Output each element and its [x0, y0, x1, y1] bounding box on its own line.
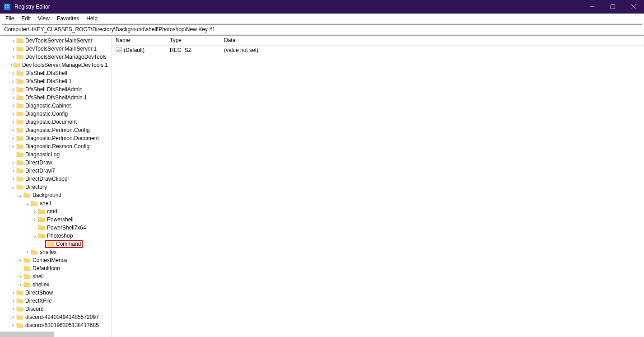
tree-item-label: DfsShell.DfsShellAdmin.1	[25, 94, 87, 101]
col-header-type[interactable]: Type	[166, 36, 220, 45]
chevron-right-icon[interactable]: ›	[10, 298, 16, 304]
tree-item[interactable]: ›DirectXFile	[0, 297, 108, 305]
tree-item[interactable]: ›Diagnostic.Resmon.Config	[0, 142, 108, 150]
tree-item[interactable]: ›DevToolsServer.ManageDevTools	[0, 53, 108, 61]
tree-item[interactable]: ›DfsShell.DfsShell.1	[0, 77, 108, 85]
tree-item[interactable]: PowerShell7x64	[0, 224, 108, 232]
tree-item[interactable]: ›DirectShow	[0, 289, 108, 297]
chevron-right-icon[interactable]: ›	[10, 135, 16, 141]
tree-item[interactable]: ›Diagnostic.Document	[0, 118, 108, 126]
chevron-right-icon[interactable]: ›	[10, 111, 16, 117]
menu-favorites[interactable]: Favorites	[53, 14, 83, 23]
tree-item[interactable]: ›Diagnostic.Perfmon.Document	[0, 134, 108, 142]
chevron-right-icon[interactable]: ›	[32, 208, 38, 215]
menu-file[interactable]: File	[2, 14, 18, 23]
tree-item[interactable]: ›shellex	[0, 281, 108, 289]
chevron-right-icon[interactable]: ›	[10, 46, 16, 52]
tree-panel[interactable]: ›DevToolsServer.MainServer›DevToolsServe…	[0, 36, 112, 337]
tree-item-label: discord-424004941485572097	[25, 314, 99, 320]
chevron-right-icon[interactable]: ›	[10, 78, 16, 84]
tree-item[interactable]: ›DfsShell.DfsShellAdmin	[0, 85, 108, 94]
chevron-right-icon[interactable]: ›	[10, 37, 16, 44]
chevron-right-icon[interactable]: ›	[17, 257, 23, 263]
close-button[interactable]	[623, 0, 644, 14]
value-row[interactable]: ab(Default)REG_SZ(value not set)	[112, 46, 644, 55]
chevron-right-icon[interactable]: ›	[10, 86, 16, 93]
chevron-down-icon[interactable]: ⌄	[10, 184, 16, 190]
svg-rect-2	[7, 5, 9, 6]
tree-item[interactable]: ⌄shell	[0, 199, 108, 207]
values-panel[interactable]: Name Type Data ab(Default)REG_SZ(value n…	[112, 36, 644, 337]
chevron-right-icon[interactable]: ›	[17, 273, 23, 280]
tree-item[interactable]: ⌄Photoshop	[0, 232, 108, 240]
chevron-right-icon[interactable]: ›	[10, 119, 16, 125]
chevron-right-icon[interactable]: ›	[10, 306, 16, 312]
tree-item[interactable]: ›cmd	[0, 207, 108, 215]
tree-item[interactable]: ›DfsShell.DfsShell	[0, 69, 108, 77]
chevron-right-icon[interactable]: ›	[17, 281, 23, 288]
tree-item-label: DfsShell.DfsShell	[25, 70, 67, 76]
menu-edit[interactable]: Edit	[18, 14, 34, 23]
chevron-down-icon[interactable]: ⌄	[32, 233, 38, 239]
chevron-right-icon[interactable]: ›	[10, 168, 16, 174]
tree-item-label: DirectDrawClipper	[25, 176, 69, 182]
tree-item[interactable]: ›discord-530196305138417685	[0, 321, 108, 329]
chevron-right-icon[interactable]: ›	[10, 94, 16, 101]
tree-item[interactable]: ›Diagnostic.Config	[0, 110, 108, 118]
tree-item[interactable]: ›shellex	[0, 248, 108, 256]
chevron-down-icon[interactable]: ⌄	[24, 200, 31, 206]
chevron-right-icon[interactable]: ›	[10, 62, 13, 68]
folder-icon	[13, 62, 20, 68]
tree-item[interactable]: ›Discord	[0, 305, 108, 313]
tree-item[interactable]: ›DevToolsServer.MainServer.1	[0, 45, 108, 53]
tree-item[interactable]: ›DfsShell.DfsShellAdmin.1	[0, 94, 108, 102]
tree-item[interactable]: ›DirectDraw	[0, 159, 108, 167]
tree-item[interactable]: DefaultIcon	[0, 264, 108, 272]
tree-item[interactable]: ›ContextMenus	[0, 256, 108, 264]
folder-icon	[16, 37, 23, 44]
highlighted-tree-item[interactable]: Command	[45, 240, 83, 248]
chevron-right-icon[interactable]: ›	[24, 249, 31, 255]
horizontal-scrollbar[interactable]	[0, 332, 54, 337]
chevron-right-icon[interactable]: ›	[10, 176, 16, 182]
chevron-right-icon[interactable]: ›	[10, 70, 16, 76]
tree-item[interactable]: ›DevToolsServer.MainServer	[0, 37, 108, 45]
chevron-right-icon[interactable]: ›	[10, 103, 16, 109]
svg-rect-3	[5, 7, 6, 8]
col-header-name[interactable]: Name	[112, 36, 166, 45]
tree-item-label: PowerShell7x64	[47, 225, 86, 231]
tree-item[interactable]: Command	[0, 240, 108, 248]
tree-item[interactable]: ⌄Background	[0, 191, 108, 199]
tree-item-label: cmd	[47, 208, 57, 215]
minimize-button[interactable]	[582, 0, 602, 14]
menu-help[interactable]: Help	[83, 14, 101, 23]
tree-item[interactable]: ›shell	[0, 272, 108, 281]
address-bar[interactable]: Computer\HKEY_CLASSES_ROOT\Directory\Bac…	[2, 24, 642, 34]
chevron-down-icon[interactable]: ⌄	[17, 192, 23, 198]
chevron-right-icon[interactable]: ›	[32, 216, 38, 223]
chevron-right-icon[interactable]: ›	[10, 54, 16, 60]
chevron-right-icon[interactable]: ›	[10, 127, 16, 133]
tree-item[interactable]: ›Diagnostic.Perfmon.Config	[0, 126, 108, 134]
chevron-right-icon[interactable]: ›	[10, 314, 16, 320]
tree-item-label: Diagnostic.Resmon.Config	[25, 143, 89, 150]
tree-item-label: DevToolsServer.MainServer.1	[25, 46, 97, 52]
value-name: (Default)	[124, 47, 145, 53]
chevron-right-icon[interactable]: ›	[10, 143, 16, 150]
tree-item[interactable]: ›DirectDraw7	[0, 167, 108, 175]
tree-item[interactable]: ›DirectDrawClipper	[0, 175, 108, 183]
tree-item[interactable]: DiagnosticLog	[0, 150, 108, 159]
tree-item[interactable]: ›Diagnostic.Cabinet	[0, 102, 108, 110]
tree-item-label: DiagnosticLog	[25, 151, 60, 158]
string-value-icon: ab	[116, 47, 122, 53]
tree-item[interactable]: ›Powershell	[0, 215, 108, 224]
tree-item[interactable]: ›discord-424004941485572097	[0, 313, 108, 321]
chevron-right-icon[interactable]: ›	[10, 159, 16, 166]
tree-item[interactable]: ⌄Directory	[0, 183, 108, 191]
maximize-button[interactable]	[602, 0, 623, 14]
chevron-right-icon[interactable]: ›	[10, 322, 16, 328]
menu-view[interactable]: View	[34, 14, 53, 23]
tree-item[interactable]: ›DevToolsServer.ManageDevTools.1	[0, 61, 108, 69]
chevron-right-icon[interactable]: ›	[10, 290, 16, 296]
col-header-data[interactable]: Data	[220, 36, 644, 45]
